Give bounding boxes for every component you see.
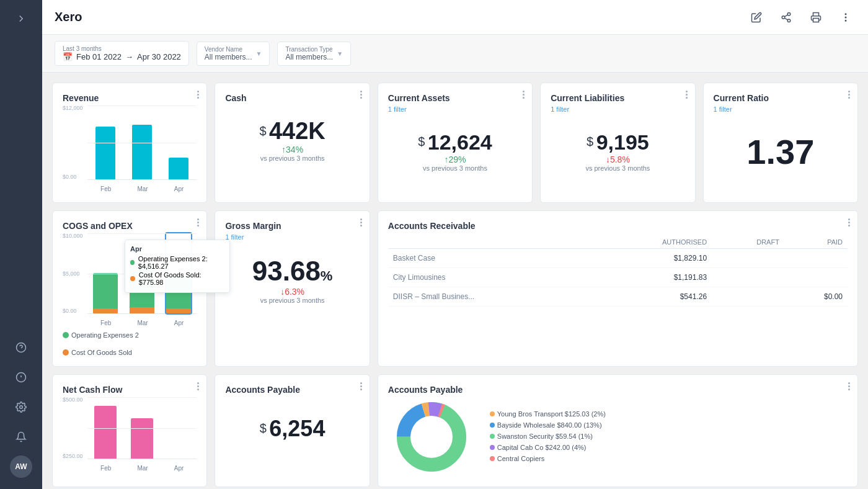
- cogs-legend: Operating Expenses 2 Cost Of Goods Sold: [63, 331, 197, 356]
- current-liabilities-filter[interactable]: 1 filter: [551, 105, 684, 113]
- sidebar-settings-icon[interactable]: [10, 396, 32, 418]
- gross-margin-change: ↓6.3%: [225, 287, 359, 297]
- gross-margin-menu-button[interactable]: [360, 218, 362, 227]
- ap-chart-legend: Young Bros Transport $125.03 (2%) Baysid…: [490, 410, 848, 466]
- date-filter[interactable]: Last 3 months 📅 Feb 01 2022 → Apr 30 202…: [55, 41, 189, 66]
- cogs-x-label-feb: Feb: [100, 320, 111, 326]
- ncf-bar-mar: [131, 418, 153, 459]
- current-liabilities-menu-button[interactable]: [686, 91, 688, 99]
- revenue-bar-apr: [169, 158, 188, 179]
- revenue-x-label-feb: Feb: [100, 186, 111, 192]
- net-cash-flow-card: Net Cash Flow $500.00 $250.00 Feb Mar: [52, 374, 207, 487]
- current-assets-menu-button[interactable]: [523, 91, 525, 99]
- table-row: Basket Case $1,829.10: [388, 249, 848, 268]
- accounts-receivable-menu-button[interactable]: [848, 218, 850, 227]
- date-to: Apr 30 2022: [137, 52, 181, 61]
- cash-menu-button[interactable]: [360, 91, 362, 99]
- svg-point-4: [787, 12, 790, 16]
- date-arrow: →: [125, 52, 133, 61]
- print-button[interactable]: [806, 7, 826, 27]
- sidebar-toggle-button[interactable]: [10, 7, 32, 30]
- current-ratio-menu-button[interactable]: [848, 91, 850, 99]
- vendor-filter-label: Vendor Name: [205, 46, 252, 53]
- ap-small-currency: $: [260, 421, 267, 435]
- svg-point-12: [845, 20, 846, 21]
- user-avatar[interactable]: AW: [10, 455, 32, 478]
- opex-legend-label: Operating Expenses 2: [71, 331, 139, 339]
- current-assets-currency: $: [418, 135, 425, 148]
- cash-title: Cash: [225, 93, 359, 103]
- cogs-bar-feb: [93, 273, 118, 313]
- cogs-legend-label: Cost Of Goods Sold: [71, 349, 132, 356]
- revenue-menu-button[interactable]: [197, 91, 199, 99]
- ap-small-menu-button[interactable]: [360, 382, 362, 390]
- ar-row2-draft: [712, 268, 784, 287]
- dashboard: Revenue $12,000 $0.00: [42, 73, 868, 489]
- ncf-x-label-mar: Mar: [137, 465, 148, 472]
- legend-swanston-dot: [490, 434, 495, 439]
- ap-small-amount: 6,254: [269, 416, 325, 441]
- more-button[interactable]: [836, 7, 856, 27]
- current-liabilities-vs-text: vs previous 3 months: [585, 164, 650, 172]
- accounts-payable-small-card: Accounts Payable $ 6,254: [215, 374, 370, 487]
- calendar-icon: 📅: [63, 52, 73, 61]
- transaction-filter[interactable]: Transaction Type All members... ▼: [277, 42, 351, 66]
- gross-margin-card: Gross Margin 1 filter 93.68% ↓6.3% vs pr…: [215, 210, 370, 367]
- ar-row3-draft: [712, 287, 784, 307]
- cogs-y-label-low: $0.00: [63, 308, 83, 314]
- current-assets-filter[interactable]: 1 filter: [388, 105, 522, 113]
- cogs-y-label-high: $10,000: [63, 233, 83, 239]
- revenue-chart: $12,000 $0.00: [63, 105, 197, 192]
- current-assets-amount: 12,624: [428, 130, 492, 154]
- cogs-legend-dot: [63, 349, 69, 356]
- app-title: Xero: [55, 10, 746, 24]
- table-row: DIISR – Small Busines... $541.26 $0.00: [388, 287, 848, 307]
- vendor-filter[interactable]: Vendor Name All members... ▼: [197, 42, 270, 66]
- current-ratio-filter[interactable]: 1 filter: [714, 105, 848, 113]
- main-content: Xero: [42, 0, 868, 489]
- current-assets-vs-text: vs previous 3 months: [423, 164, 487, 172]
- current-liabilities-value-display: $ 9,195 ↓5.8% vs previous 3 months: [551, 118, 684, 177]
- svg-point-10: [845, 14, 846, 15]
- sidebar-palette-icon[interactable]: [10, 366, 32, 388]
- net-cash-flow-title: Net Cash Flow: [63, 385, 197, 395]
- edit-button[interactable]: [746, 7, 766, 27]
- cogs-y-label-mid: $5,000: [63, 271, 83, 277]
- cogs-tooltip-title: Apr: [130, 245, 224, 253]
- transaction-filter-label: Transaction Type: [285, 46, 333, 53]
- cogs-tooltip-cogs: Cost Of Goods Sold: $775.98: [130, 271, 224, 286]
- transaction-filter-value: All members...: [285, 53, 333, 61]
- ar-row2-authorised: $1,191.83: [591, 268, 712, 287]
- opex-legend-dot: [63, 332, 69, 338]
- sidebar-help-icon[interactable]: [10, 336, 32, 359]
- revenue-y-label-high: $12,000: [63, 105, 83, 111]
- legend-bayside-dot: [490, 423, 495, 428]
- ar-row2-name: City Limousines: [388, 268, 591, 287]
- share-button[interactable]: [776, 7, 796, 27]
- current-assets-title: Current Assets: [388, 93, 522, 103]
- cash-card: Cash $ 442K ↑34% vs previous 3 months: [215, 83, 370, 203]
- ncf-x-label-apr: Apr: [174, 465, 184, 472]
- ncf-x-label-feb: Feb: [100, 465, 111, 472]
- ar-row3-authorised: $541.26: [591, 287, 712, 307]
- date-from: Feb 01 2022: [76, 52, 122, 61]
- net-cash-flow-menu-button[interactable]: [197, 382, 199, 390]
- gross-margin-value: 93.68: [252, 256, 321, 286]
- gross-margin-value-display: 93.68% ↓6.3% vs previous 3 months: [225, 246, 359, 309]
- current-liabilities-card: Current Liabilities 1 filter $ 9,195 ↓5.…: [540, 83, 695, 203]
- gross-margin-filter[interactable]: 1 filter: [225, 233, 359, 241]
- legend-capital-cab-label: Capital Cab Co $242.00 (4%): [497, 444, 587, 451]
- current-liabilities-change: ↓5.8%: [606, 155, 630, 164]
- current-assets-value-display: $ 12,624 ↑29% vs previous 3 months: [388, 118, 522, 177]
- legend-swanston-label: Swanston Security $59.54 (1%): [497, 433, 593, 440]
- legend-young-bros-label: Young Bros Transport $125.03 (2%): [497, 410, 606, 418]
- opex-dot: [130, 260, 135, 265]
- ar-row1-name: Basket Case: [388, 249, 591, 268]
- ar-row2-paid: [784, 268, 848, 287]
- svg-point-3: [20, 406, 23, 409]
- current-assets-change: ↑29%: [444, 155, 466, 164]
- cogs-menu-button[interactable]: [197, 218, 199, 227]
- ap-chart-menu-button[interactable]: [848, 382, 850, 390]
- svg-line-8: [784, 14, 787, 16]
- sidebar-bell-icon[interactable]: [10, 426, 32, 448]
